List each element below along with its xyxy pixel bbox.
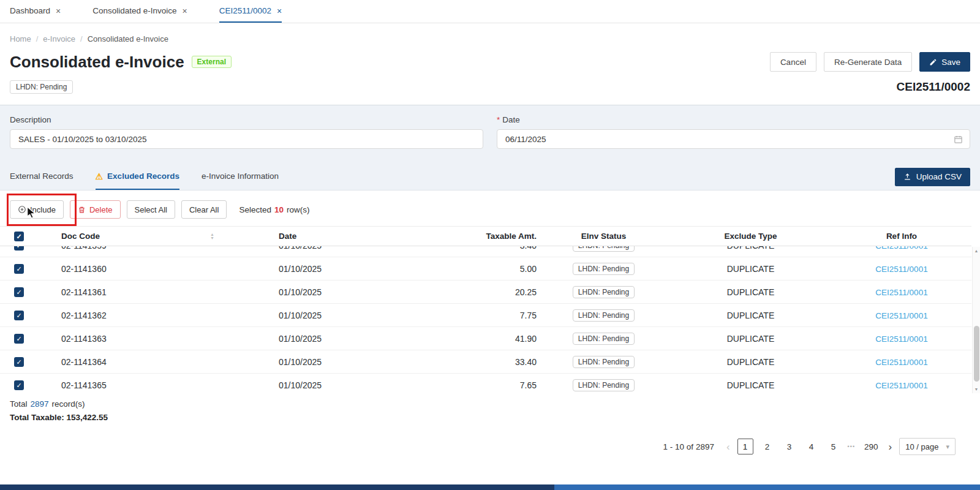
records-toolbar: Include Delete Select All Clear All Sele… xyxy=(0,190,980,226)
einv-status-badge: LHDN: Pending xyxy=(573,333,635,345)
prev-page-icon[interactable]: ‹ xyxy=(725,442,731,452)
table-row[interactable]: ✓ 02-1141359 01/10/2025 3.40 LHDN: Pendi… xyxy=(0,246,971,257)
row-checkbox[interactable]: ✓ xyxy=(14,357,24,367)
pagination-range: 1 - 10 of 2897 xyxy=(663,442,714,451)
total-taxable-label: Total Taxable: xyxy=(10,413,64,422)
column-doc-code[interactable]: Doc Code ▲ ▼ xyxy=(29,232,247,241)
breadcrumb-item-0[interactable]: Home xyxy=(10,34,31,43)
scroll-down-icon[interactable]: ▼ xyxy=(974,387,979,391)
row-checkbox[interactable]: ✓ xyxy=(14,380,24,390)
sort-icon[interactable]: ▲ ▼ xyxy=(210,233,214,240)
clear-all-button[interactable]: Clear All xyxy=(181,200,227,219)
content-tab-1[interactable]: ⚠Excluded Records xyxy=(96,164,179,190)
content-tab-label: Excluded Records xyxy=(107,172,179,181)
table-row[interactable]: ✓ 02-1141364 01/10/2025 33.40 LHDN: Pend… xyxy=(0,350,971,374)
row-checkbox[interactable]: ✓ xyxy=(14,287,24,297)
total-prefix: Total xyxy=(10,399,28,409)
page-size-select[interactable]: 10 / page ▾ xyxy=(899,438,956,455)
upload-csv-label: Upload CSV xyxy=(916,172,962,181)
hscrollbar-thumb[interactable] xyxy=(554,484,980,490)
horizontal-scrollbar[interactable] xyxy=(0,484,980,490)
exclude-type-cell: DUPLICATE xyxy=(669,287,832,297)
page-button-3[interactable]: 3 xyxy=(782,439,797,454)
include-button[interactable]: Include xyxy=(10,200,64,219)
select-all-button[interactable]: Select All xyxy=(127,200,175,219)
row-checkbox[interactable]: ✓ xyxy=(14,246,24,251)
doc-code-cell: 02-1141364 xyxy=(29,357,247,367)
table-scrollbar[interactable]: ▲ ▼ xyxy=(972,247,980,393)
row-checkbox[interactable]: ✓ xyxy=(14,264,24,274)
row-checkbox[interactable]: ✓ xyxy=(14,311,24,320)
ref-info-link[interactable]: CEI2511/0001 xyxy=(875,246,927,251)
page-button-last[interactable]: 290 xyxy=(861,439,881,454)
row-checkbox-cell: ✓ xyxy=(0,333,29,344)
doc-code-cell: 02-1141362 xyxy=(29,311,247,320)
check-icon: ✓ xyxy=(16,312,21,319)
pagination-ellipsis-icon[interactable]: ••• xyxy=(848,443,855,450)
delete-button[interactable]: Delete xyxy=(70,200,121,219)
content-tab-0[interactable]: External Records xyxy=(10,164,74,190)
pagination-pages: 12345 xyxy=(737,439,842,454)
page-button-2[interactable]: 2 xyxy=(760,439,775,454)
window-tab-label: Dashboard xyxy=(10,6,50,15)
row-checkbox[interactable]: ✓ xyxy=(14,334,24,344)
next-page-icon[interactable]: › xyxy=(888,442,894,452)
status-row: LHDN: Pending CEI2511/0002 xyxy=(0,72,980,105)
upload-csv-button[interactable]: Upload CSV xyxy=(895,168,970,186)
scrollbar-thumb[interactable] xyxy=(974,326,979,382)
close-icon[interactable]: × xyxy=(56,7,61,15)
regenerate-data-button[interactable]: Re-Generate Data xyxy=(824,52,912,72)
page-button-1[interactable]: 1 xyxy=(737,439,753,454)
save-button[interactable]: Save xyxy=(919,52,970,72)
window-tab-label: CEI2511/0002 xyxy=(219,6,271,15)
close-icon[interactable]: × xyxy=(277,7,282,15)
doc-code-cell: 02-1141363 xyxy=(29,334,247,344)
content-tab-2[interactable]: e-Invoice Information xyxy=(202,164,279,190)
date-label: *Date xyxy=(497,115,970,124)
table-row[interactable]: ✓ 02-1141363 01/10/2025 41.90 LHDN: Pend… xyxy=(0,327,971,350)
einv-status-cell: LHDN: Pending xyxy=(538,246,669,252)
ref-info-link[interactable]: CEI2511/0001 xyxy=(875,381,927,390)
breadcrumb-item-1[interactable]: e-Invoice xyxy=(43,34,75,43)
scroll-up-icon[interactable]: ▲ xyxy=(974,249,979,253)
exclude-type-cell: DUPLICATE xyxy=(669,357,832,367)
table-row[interactable]: ✓ 02-1141365 01/10/2025 7.65 LHDN: Pendi… xyxy=(0,374,971,393)
table-row[interactable]: ✓ 02-1141360 01/10/2025 5.00 LHDN: Pendi… xyxy=(0,257,971,281)
selected-suffix: row(s) xyxy=(287,205,310,214)
table-row[interactable]: ✓ 02-1141361 01/10/2025 20.25 LHDN: Pend… xyxy=(0,281,971,304)
window-tab-0[interactable]: Dashboard× xyxy=(10,0,61,23)
page-button-4[interactable]: 4 xyxy=(804,439,820,454)
ref-info-link[interactable]: CEI2511/0001 xyxy=(875,358,927,367)
table-header-row: ✓ Doc Code ▲ ▼ Date Taxable Amt. EInv St… xyxy=(0,226,971,246)
doc-code-cell: 02-1141361 xyxy=(29,287,247,297)
table-row[interactable]: ✓ 02-1141362 01/10/2025 7.75 LHDN: Pendi… xyxy=(0,304,971,327)
window-tab-2[interactable]: CEI2511/0002× xyxy=(219,0,282,23)
column-einv-status: EInv Status xyxy=(538,232,669,241)
taxable-amt-cell: 7.75 xyxy=(428,311,538,320)
date-cell: 01/10/2025 xyxy=(247,311,428,320)
ref-info-link[interactable]: CEI2511/0001 xyxy=(875,334,927,344)
einv-status-cell: LHDN: Pending xyxy=(538,263,669,275)
ref-info-link[interactable]: CEI2511/0001 xyxy=(875,265,927,274)
ref-info-cell: CEI2511/0001 xyxy=(832,334,971,344)
ref-info-cell: CEI2511/0001 xyxy=(832,264,971,274)
date-input[interactable] xyxy=(504,134,954,145)
ref-info-link[interactable]: CEI2511/0001 xyxy=(875,288,927,297)
records-tabs-row: External Records⚠Excluded Recordse-Invoi… xyxy=(0,164,980,190)
cancel-button[interactable]: Cancel xyxy=(770,52,816,72)
einv-status-badge: LHDN: Pending xyxy=(573,263,635,275)
records-table: ✓ Doc Code ▲ ▼ Date Taxable Amt. EInv St… xyxy=(0,226,980,393)
calendar-icon[interactable] xyxy=(954,135,963,144)
close-icon[interactable]: × xyxy=(183,7,187,15)
selected-prefix: Selected xyxy=(239,205,271,214)
page-button-5[interactable]: 5 xyxy=(826,439,842,454)
description-input[interactable] xyxy=(17,134,476,145)
ref-info-link[interactable]: CEI2511/0001 xyxy=(875,311,927,320)
total-records-text: Total 2897 record(s) xyxy=(10,399,970,409)
total-taxable-text: Total Taxable: 153,422.55 xyxy=(10,413,970,422)
select-all-checkbox[interactable]: ✓ xyxy=(14,232,24,241)
window-tab-1[interactable]: Consolidated e-Invoice× xyxy=(92,0,187,23)
row-checkbox-cell: ✓ xyxy=(0,356,29,367)
row-checkbox-cell: ✓ xyxy=(0,246,29,251)
description-field: Description xyxy=(10,115,483,149)
